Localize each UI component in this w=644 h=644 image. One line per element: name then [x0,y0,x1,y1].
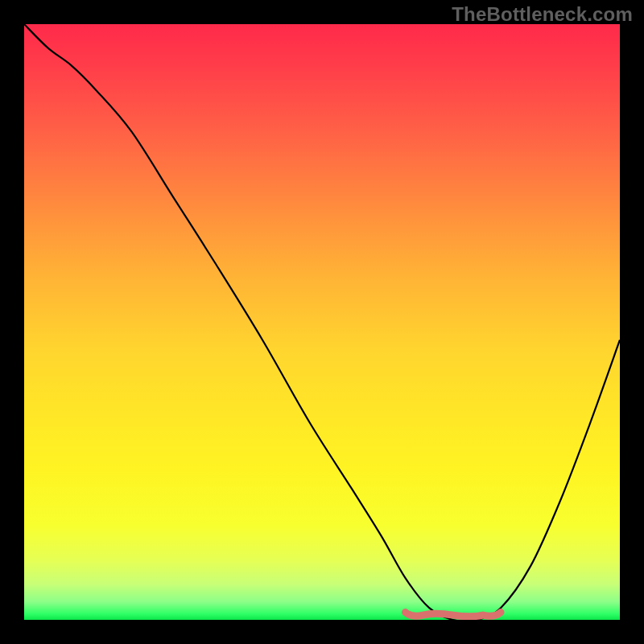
curve-layer [24,24,620,620]
bottleneck-curve [24,24,620,620]
plot-area [24,24,620,620]
chart-container: TheBottleneck.com [0,0,644,644]
optimal-range-marker [406,613,501,617]
attribution-label: TheBottleneck.com [452,3,633,26]
